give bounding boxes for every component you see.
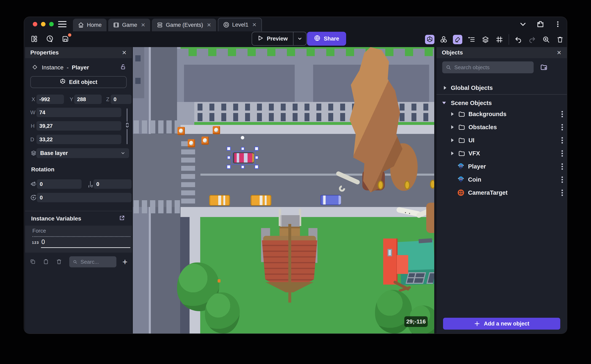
chevron-down-icon[interactable] — [519, 20, 527, 29]
layer-select[interactable]: Base layer — [36, 148, 129, 158]
more-menu-icon[interactable] — [554, 20, 562, 29]
3d-view-tool-icon[interactable] — [425, 35, 434, 44]
row-menu-icon[interactable] — [561, 162, 563, 171]
crate-obstacle[interactable] — [213, 126, 220, 134]
rotation-y-input[interactable] — [93, 179, 132, 189]
rotation-x-input[interactable] — [37, 179, 82, 189]
scene-icon — [223, 22, 229, 28]
variable-value[interactable]: 0 — [41, 238, 45, 246]
open-variables-icon[interactable] — [119, 215, 125, 222]
tab-level1[interactable]: Level1 ✕ — [218, 18, 262, 31]
blue-car[interactable] — [320, 195, 341, 205]
panels-layout-icon[interactable] — [29, 34, 39, 44]
object-row-obstacles[interactable]: Obstacles — [437, 121, 567, 133]
layers-icon[interactable] — [481, 35, 490, 44]
redo-icon[interactable] — [527, 35, 537, 44]
variable-value-underline — [41, 247, 130, 248]
taxi-car[interactable] — [209, 195, 230, 206]
add-variable-button[interactable]: + — [122, 257, 127, 267]
paste-icon[interactable] — [43, 259, 49, 265]
building-west[interactable] — [133, 47, 144, 98]
object-row-backgrounds[interactable]: Backgrounds — [437, 108, 567, 120]
selection-handle[interactable] — [255, 156, 259, 159]
delete-variable-icon[interactable] — [56, 259, 62, 265]
global-objects-group[interactable]: Global Objects — [437, 81, 567, 94]
extensions-puzzle-icon[interactable] — [537, 20, 544, 29]
objects-search-input[interactable] — [454, 64, 530, 71]
unlock-icon[interactable] — [120, 64, 126, 71]
instances-list-icon[interactable] — [467, 35, 476, 44]
traffic-light-minimize[interactable] — [41, 22, 46, 26]
object-row-coin[interactable]: Coin — [437, 173, 567, 186]
row-menu-icon[interactable] — [561, 136, 563, 144]
preview-options-button[interactable] — [293, 32, 306, 45]
d-input[interactable] — [36, 135, 121, 144]
objects-blocks-tool-icon[interactable] — [439, 35, 448, 44]
coin[interactable] — [378, 181, 383, 189]
tab-home[interactable]: Home — [73, 19, 106, 31]
row-menu-icon[interactable] — [561, 110, 563, 118]
history-icon[interactable] — [45, 34, 54, 44]
row-menu-icon[interactable] — [561, 149, 563, 158]
trash-icon[interactable] — [555, 35, 565, 44]
object-row-ui[interactable]: UI — [437, 134, 567, 147]
selection-handle[interactable] — [227, 147, 231, 151]
selection-handle[interactable] — [227, 156, 231, 159]
crate-obstacle[interactable] — [188, 139, 195, 147]
z-input[interactable] — [111, 95, 132, 104]
player-car-selected[interactable] — [233, 152, 254, 163]
edit-object-button[interactable]: Edit object — [30, 76, 127, 88]
tree[interactable] — [375, 290, 412, 333]
selection-handle[interactable] — [254, 147, 259, 151]
row-menu-icon[interactable] — [561, 176, 563, 184]
copy-icon[interactable] — [30, 259, 36, 265]
w-input[interactable] — [36, 108, 121, 117]
scene-canvas[interactable]: 29;-116 — [133, 47, 434, 333]
object-row-vfx[interactable]: VFX — [437, 147, 567, 160]
variables-search-input[interactable] — [80, 259, 113, 265]
row-menu-icon[interactable] — [561, 188, 563, 197]
selection-handle[interactable] — [241, 147, 245, 150]
close-icon[interactable]: ✕ — [557, 49, 562, 56]
close-icon[interactable]: ✕ — [252, 22, 257, 28]
undo-icon[interactable] — [513, 35, 523, 44]
traffic-light-zoom[interactable] — [49, 22, 54, 26]
tab-game-events[interactable]: Game (Events) ✕ — [152, 19, 216, 31]
row-menu-icon[interactable] — [561, 123, 563, 131]
x-input[interactable] — [36, 95, 64, 104]
coin[interactable] — [430, 180, 434, 189]
tree[interactable] — [205, 292, 240, 333]
scene-objects-group[interactable]: Scene Objects — [437, 97, 567, 109]
y-input[interactable] — [74, 95, 102, 104]
crate-obstacle[interactable] — [178, 127, 185, 135]
selection-handle[interactable] — [241, 165, 245, 169]
selection-handle[interactable] — [227, 165, 231, 169]
h-input[interactable] — [36, 121, 121, 131]
object-row-player[interactable]: Player — [437, 160, 567, 173]
tab-game[interactable]: Game ✕ — [108, 19, 150, 31]
variables-search[interactable] — [69, 256, 116, 267]
selection-handle[interactable] — [254, 165, 259, 169]
crate-obstacle[interactable] — [201, 136, 209, 145]
zoom-in-icon[interactable] — [541, 35, 551, 44]
menu-icon[interactable] — [58, 21, 67, 28]
add-new-object-button[interactable]: Add a new object — [443, 318, 560, 330]
edit-tool-icon[interactable] — [453, 35, 462, 44]
objects-search[interactable] — [442, 61, 534, 73]
variable-name[interactable]: Force — [32, 228, 46, 234]
coin[interactable] — [404, 181, 410, 189]
preview-button[interactable]: Preview — [252, 32, 293, 45]
grid-icon[interactable] — [495, 35, 504, 44]
close-icon[interactable]: ✕ — [122, 49, 127, 56]
taxi-car[interactable] — [251, 195, 271, 206]
traffic-light-close[interactable] — [33, 22, 37, 26]
share-button[interactable]: Share — [307, 32, 346, 46]
save-icon[interactable] — [61, 34, 70, 44]
close-icon[interactable]: ✕ — [207, 22, 211, 28]
rotation-z-input[interactable] — [37, 193, 132, 202]
link-dimensions-icon[interactable] — [125, 123, 130, 129]
rotation-handle[interactable] — [241, 136, 244, 139]
add-folder-icon[interactable] — [540, 64, 548, 72]
object-row-cameratarget[interactable]: CameraTarget — [437, 186, 567, 199]
close-icon[interactable]: ✕ — [141, 22, 146, 28]
